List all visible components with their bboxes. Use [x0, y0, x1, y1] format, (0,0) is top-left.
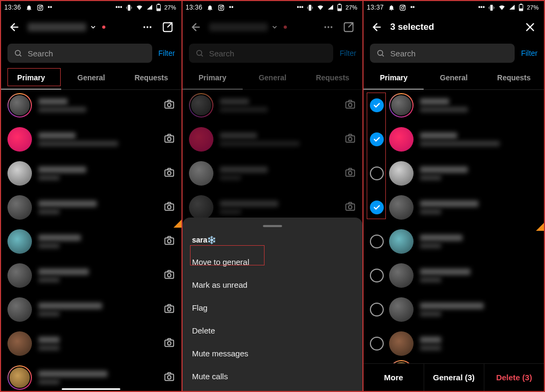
select-checkbox[interactable] [370, 166, 384, 180]
conversation-row[interactable] [183, 156, 363, 190]
conversation-row[interactable] [1, 293, 181, 327]
select-checkbox[interactable] [370, 132, 384, 146]
signal-icon [327, 4, 334, 11]
conversation-actions-sheet: sara❄️ Move to general Mark as unread Fl… [183, 218, 363, 391]
camera-icon[interactable] [163, 371, 175, 385]
svg-point-12 [167, 103, 170, 106]
camera-icon[interactable] [163, 337, 175, 351]
tab-requests[interactable]: Requests [484, 66, 544, 89]
conversation-row[interactable] [364, 190, 544, 224]
sheet-username: sara❄️ [192, 236, 353, 244]
camera-icon[interactable] [344, 201, 356, 214]
svg-point-10 [15, 51, 20, 55]
sheet-mute-calls[interactable]: Mute calls [192, 365, 353, 388]
tab-requests[interactable]: Requests [302, 66, 362, 89]
avatar [389, 297, 414, 322]
search-input[interactable]: Search [370, 44, 515, 63]
tab-general[interactable]: General [61, 66, 121, 89]
select-checkbox[interactable] [370, 235, 384, 248]
search-input[interactable]: Search [7, 44, 152, 63]
account-switcher[interactable] [209, 23, 287, 31]
filter-button[interactable]: Filter [340, 49, 356, 57]
tab-requests[interactable]: Requests [121, 66, 181, 89]
tab-general[interactable]: General [243, 66, 303, 89]
sheet-mute-messages[interactable]: Mute messages [192, 342, 353, 365]
sheet-move-to-general[interactable]: Move to general [192, 251, 353, 273]
avatar [7, 93, 32, 118]
select-checkbox[interactable] [370, 269, 384, 282]
search-input[interactable]: Search [189, 44, 334, 63]
avatar [389, 331, 414, 356]
svg-rect-40 [346, 102, 355, 108]
close-button[interactable] [523, 20, 538, 35]
conversation-row[interactable] [183, 88, 363, 122]
conversation-row[interactable] [1, 224, 181, 258]
svg-point-26 [167, 341, 170, 345]
avatar [7, 263, 32, 288]
svg-point-36 [328, 26, 329, 28]
action-more[interactable]: More [364, 364, 424, 391]
conversation-row[interactable] [183, 122, 363, 156]
back-button[interactable] [189, 20, 204, 35]
tabs: Primary General Requests [183, 66, 363, 90]
camera-icon[interactable] [163, 98, 175, 112]
conversation-row[interactable] [1, 156, 181, 190]
filter-button[interactable]: Filter [521, 49, 538, 57]
svg-point-37 [331, 26, 333, 28]
camera-icon[interactable] [163, 132, 175, 146]
tab-primary[interactable]: Primary [183, 66, 243, 89]
camera-icon[interactable] [163, 303, 175, 316]
compose-button[interactable] [341, 20, 356, 35]
select-checkbox[interactable] [370, 337, 384, 351]
filter-button[interactable]: Filter [159, 49, 175, 57]
conversation-row[interactable] [364, 122, 544, 156]
status-bar: 13:37 •• ••• 27% [364, 1, 544, 14]
conversation-row[interactable] [1, 88, 181, 122]
svg-rect-17 [164, 204, 174, 210]
tab-primary[interactable]: Primary [364, 66, 424, 89]
select-checkbox[interactable] [370, 201, 384, 214]
conversation-row[interactable] [364, 293, 544, 327]
conversation-row[interactable] [1, 122, 181, 156]
sheet-mark-unread[interactable]: Mark as unread [192, 273, 353, 296]
camera-icon[interactable] [344, 166, 356, 180]
tab-primary[interactable]: Primary [1, 66, 61, 89]
conversation-row[interactable] [1, 327, 181, 361]
camera-icon[interactable] [344, 132, 356, 146]
back-button[interactable] [370, 20, 385, 35]
selection-title: 3 selected [390, 22, 434, 32]
conversation-row[interactable] [364, 156, 544, 190]
sheet-flag[interactable]: Flag [192, 296, 353, 319]
back-button[interactable] [7, 20, 22, 35]
conversation-row[interactable] [1, 258, 181, 293]
select-checkbox[interactable] [370, 98, 384, 112]
camera-icon[interactable] [163, 269, 175, 282]
action-general[interactable]: General (3) [424, 364, 484, 391]
tab-general[interactable]: General [424, 66, 484, 89]
more-button[interactable] [321, 20, 336, 35]
status-bar: 13:36 •• ••• 27% [1, 1, 181, 14]
status-time: 13:37 [367, 4, 384, 11]
svg-point-43 [349, 137, 352, 140]
conversation-row[interactable] [364, 327, 544, 361]
conversation-row[interactable] [364, 258, 544, 293]
search-icon [376, 49, 385, 57]
search-placeholder: Search [209, 49, 235, 58]
conversation-row[interactable] [1, 361, 181, 391]
camera-icon[interactable] [163, 166, 175, 180]
camera-icon[interactable] [344, 98, 356, 112]
svg-point-14 [167, 137, 170, 140]
conversation-row[interactable] [364, 88, 544, 122]
camera-icon[interactable] [163, 201, 175, 214]
select-checkbox[interactable] [370, 303, 384, 316]
compose-button[interactable] [160, 20, 175, 35]
camera-icon[interactable] [163, 235, 175, 248]
action-delete[interactable]: Delete (3) [484, 364, 544, 391]
svg-point-2 [41, 5, 42, 6]
more-button[interactable] [140, 20, 155, 35]
sheet-delete[interactable]: Delete [192, 319, 353, 342]
account-switcher[interactable] [28, 23, 105, 31]
conversation-row[interactable] [364, 224, 544, 258]
drag-handle[interactable] [263, 225, 282, 227]
conversation-row[interactable] [1, 190, 181, 224]
